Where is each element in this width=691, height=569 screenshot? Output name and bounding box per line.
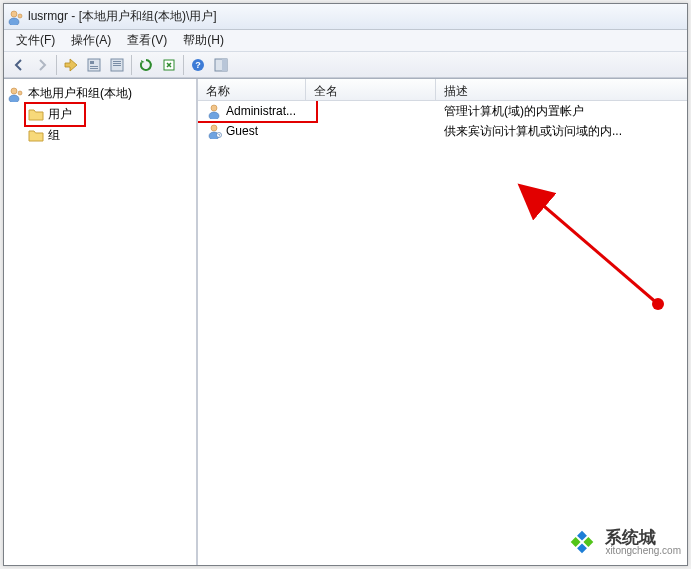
user-icon [206, 103, 222, 119]
user-icon: ? [206, 123, 222, 139]
toolbar-separator [56, 55, 57, 75]
watermark-icon [565, 525, 599, 559]
svg-rect-4 [90, 61, 94, 64]
svg-point-18 [18, 91, 22, 95]
users-groups-icon [8, 86, 24, 102]
toolbar-separator [131, 55, 132, 75]
list-row[interactable]: ? Guest 供来宾访问计算机或访问域的内... [198, 121, 687, 141]
menu-view[interactable]: 查看(V) [119, 29, 175, 52]
app-icon [8, 9, 24, 25]
svg-rect-28 [584, 537, 594, 547]
menu-file[interactable]: 文件(F) [8, 29, 63, 52]
svg-text:?: ? [195, 60, 201, 70]
toolbar: ? [4, 52, 687, 78]
titlebar: lusrmgr - [本地用户和组(本地)\用户] [4, 4, 687, 30]
column-desc[interactable]: 描述 [436, 79, 687, 100]
row-desc: 管理计算机(域)的内置帐户 [436, 101, 687, 122]
svg-rect-29 [571, 537, 581, 547]
folder-icon [28, 107, 44, 123]
action-pane-button[interactable] [210, 54, 232, 76]
up-button[interactable] [60, 54, 82, 76]
column-name[interactable]: 名称 [198, 79, 306, 100]
svg-point-1 [9, 18, 19, 25]
menubar: 文件(F) 操作(A) 查看(V) 帮助(H) [4, 30, 687, 52]
tree-users-label: 用户 [48, 106, 72, 123]
row-fullname [306, 129, 436, 133]
svg-rect-15 [222, 59, 227, 71]
svg-point-16 [11, 88, 17, 94]
row-desc: 供来宾访问计算机或访问域的内... [436, 121, 687, 142]
client-area: 本地用户和组(本地) 用户 组 名称 全名 描述 [4, 78, 687, 565]
watermark-title: 系统城 [605, 529, 681, 546]
svg-rect-10 [113, 65, 121, 66]
export-button[interactable] [106, 54, 128, 76]
watermark: 系统城 xitongcheng.com [565, 525, 681, 559]
list-rows: Administrat... 管理计算机(域)的内置帐户 ? [198, 101, 687, 565]
tree-groups[interactable]: 组 [26, 125, 194, 146]
tree-users[interactable]: 用户 [26, 104, 84, 125]
svg-rect-30 [577, 543, 587, 553]
row-fullname [316, 109, 436, 113]
svg-rect-5 [90, 66, 98, 67]
tree-groups-label: 组 [48, 127, 60, 144]
svg-point-19 [211, 105, 217, 111]
menu-action[interactable]: 操作(A) [63, 29, 119, 52]
column-fullname[interactable]: 全名 [306, 79, 436, 100]
list-pane: 名称 全名 描述 Administrat... [198, 79, 687, 565]
list-header: 名称 全名 描述 [198, 79, 687, 101]
tree-pane: 本地用户和组(本地) 用户 组 [4, 79, 198, 565]
export-list-button[interactable] [158, 54, 180, 76]
svg-point-17 [9, 95, 19, 102]
main-window: lusrmgr - [本地用户和组(本地)\用户] 文件(F) 操作(A) 查看… [3, 3, 688, 566]
svg-rect-9 [113, 63, 121, 64]
tree-root-label: 本地用户和组(本地) [28, 85, 132, 102]
forward-button[interactable] [31, 54, 53, 76]
back-button[interactable] [8, 54, 30, 76]
tree-root[interactable]: 本地用户和组(本地) [6, 83, 194, 104]
help-button[interactable]: ? [187, 54, 209, 76]
properties-button[interactable] [83, 54, 105, 76]
window-title: lusrmgr - [本地用户和组(本地)\用户] [28, 8, 681, 25]
svg-rect-6 [90, 68, 98, 69]
list-row[interactable]: Administrat... 管理计算机(域)的内置帐户 [198, 101, 687, 121]
svg-rect-27 [577, 531, 587, 541]
svg-point-0 [11, 11, 17, 17]
row-name: Administrat... [226, 104, 296, 118]
svg-rect-8 [113, 61, 121, 62]
refresh-button[interactable] [135, 54, 157, 76]
folder-icon [28, 128, 44, 144]
menu-help[interactable]: 帮助(H) [175, 29, 232, 52]
toolbar-separator [183, 55, 184, 75]
svg-rect-3 [88, 59, 100, 71]
svg-point-20 [209, 112, 219, 119]
watermark-url: xitongcheng.com [605, 546, 681, 556]
svg-point-2 [18, 14, 22, 18]
row-name: Guest [226, 124, 258, 138]
svg-point-21 [211, 125, 217, 131]
